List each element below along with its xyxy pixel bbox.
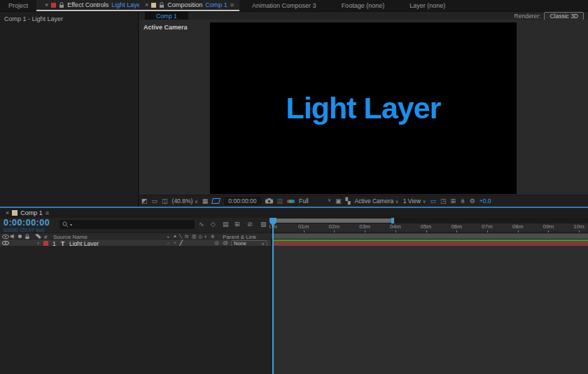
close-icon[interactable]: × (145, 2, 148, 8)
flowchart-icon[interactable]: ⋔ (460, 198, 465, 205)
layer-eye-icon[interactable] (2, 241, 9, 245)
shy-layers-icon[interactable]: ▤ (223, 221, 229, 228)
channel-settings-icon[interactable] (287, 200, 295, 203)
preview-glasses-icon[interactable]: ◫ (162, 198, 168, 205)
composition-panel: × Composition Comp 1 ≡ Animation Compose… (139, 0, 588, 207)
ruler-tick: 05m (416, 223, 437, 230)
motion-blur-icon[interactable]: ⊘ (247, 221, 253, 228)
primary-viewer-icon[interactable]: ▭ (152, 198, 158, 205)
fast-previews-icon[interactable]: ⊞ (451, 198, 456, 205)
renderer-button[interactable]: Classic 3D (544, 12, 584, 20)
lock-icon[interactable] (159, 2, 164, 8)
viewer-timecode[interactable]: 0:00:00:00 (224, 197, 260, 205)
view-layout-dropdown[interactable]: 1 View ∨ (403, 198, 426, 205)
label-color-swatch (51, 3, 56, 8)
layer-columns-header: # Source Name ◒ ✦ ╲ fx ▥ ◎ ◐ ⊕ Parent & … (0, 233, 272, 239)
magnification-dropdown[interactable]: (40.8%) ∨ (172, 198, 198, 205)
viewer-subtab-comp1[interactable]: Comp 1 (145, 12, 188, 20)
layer-row[interactable]: › 1 T Light Layer ◒ ✦ ╱ ◎ @ None ∨ (0, 239, 272, 246)
layer-list-empty-area[interactable] (0, 246, 272, 374)
time-navigator[interactable] (272, 218, 588, 223)
layer-duration-bar[interactable] (272, 240, 588, 246)
transparency-grid-icon[interactable]: ▚ (346, 198, 351, 205)
ruler-tick: 02m (323, 223, 344, 230)
ruler-tick: 10m (568, 223, 588, 230)
timeline-tabbar: × Comp 1 ≡ (0, 208, 588, 218)
always-preview-icon[interactable]: ◩ (141, 198, 148, 205)
mini-flowchart-icon[interactable]: ∿ (199, 221, 204, 228)
camera-view-dropdown[interactable]: Active Camera ∨ (354, 198, 398, 205)
playhead-line[interactable] (272, 218, 274, 374)
ruler-tick: 07m (477, 223, 498, 230)
search-icon (62, 221, 69, 228)
tab-footage-label: Footage (none) (342, 2, 385, 9)
ruler-tick: 06m (446, 223, 467, 230)
work-area-bar[interactable] (272, 233, 588, 239)
tab-project-label: Project (8, 2, 28, 9)
viewer-tabbar: × Composition Comp 1 ≡ Animation Compose… (139, 0, 588, 12)
close-icon[interactable]: × (6, 210, 9, 216)
share-view-icon[interactable]: ▭ (430, 198, 437, 205)
video-eye-icon[interactable] (2, 235, 9, 239)
three-d-switch-icon[interactable]: ⊕ (211, 234, 215, 239)
tab-animation-composer-label: Animation Composer 3 (252, 2, 316, 9)
navigator-bar[interactable] (273, 219, 393, 223)
audio-speaker-icon[interactable] (10, 234, 15, 239)
chevron-down-icon: ∨ (396, 199, 399, 204)
lock-icon[interactable] (59, 2, 64, 8)
region-of-interest-icon[interactable]: ▣ (335, 198, 342, 205)
layer-collapse-icon[interactable]: ✦ (173, 240, 177, 245)
shy-switch-icon[interactable]: ◒ (167, 234, 169, 239)
pick-whip-icon[interactable]: ◎ (214, 240, 219, 246)
snapshot-camera-icon[interactable] (265, 198, 273, 204)
tab-layer[interactable]: Layer (none) (397, 0, 458, 11)
mask-visibility-icon[interactable] (211, 198, 220, 204)
list-track-divider[interactable] (271, 218, 272, 374)
solo-icon[interactable] (18, 235, 22, 238)
chevron-down-icon: ∨ (422, 199, 426, 204)
quality-switch-icon[interactable]: ╲ (179, 234, 182, 239)
search-input[interactable]: ▾ (59, 220, 195, 229)
timeline-ruler[interactable]: 0m01m02m03m04m05m06m07m08m09m10m (272, 223, 588, 233)
settings-gear-icon[interactable]: ⚙ (470, 198, 475, 205)
viewer-subtab-strip: Comp 1 Renderer: Classic 3D (139, 12, 588, 20)
viewer-toolbar: ◩ ▭ ◫ (40.8%) ∨ ▦ 0:00:00:00 ▤ Full ∨ ▣ … (139, 195, 588, 207)
panel-menu-icon[interactable]: ≡ (46, 210, 49, 216)
ruler-tick: 04m (385, 223, 406, 230)
fx-switch-icon[interactable]: fx (185, 234, 188, 239)
current-timecode[interactable]: 0:00:00:00 (4, 218, 50, 228)
panel-menu-icon[interactable]: ≡ (230, 2, 234, 8)
search-options-chevron-icon[interactable]: ▾ (70, 222, 72, 227)
show-snapshot-icon[interactable]: ▤ (277, 198, 284, 205)
ruler-tick: 03m (354, 223, 375, 230)
collapse-switch-icon[interactable]: ✦ (173, 234, 177, 239)
active-camera-label: Active Camera (144, 24, 188, 31)
viewer-content[interactable]: Active Camera Light Layer (139, 20, 588, 195)
frame-blend-switch-icon[interactable]: ▥ (192, 234, 197, 239)
navigator-end-handle[interactable] (391, 218, 394, 223)
adjustment-switch-icon[interactable]: ◐ (204, 234, 207, 239)
tab-composition-target: Comp 1 (205, 1, 227, 8)
tab-project[interactable]: Project (0, 0, 36, 11)
pixel-aspect-icon[interactable]: ◳ (440, 198, 447, 205)
label-column-icon[interactable] (35, 234, 41, 239)
tab-composition[interactable]: × Composition Comp 1 ≡ (139, 0, 239, 11)
tab-effect-controls-label: Effect Controls (67, 1, 108, 8)
tab-animation-composer[interactable]: Animation Composer 3 (239, 0, 329, 11)
tab-timeline-comp1[interactable]: × Comp 1 ≡ (0, 208, 55, 218)
grid-guides-icon[interactable]: ▦ (202, 198, 209, 205)
layer-shy-icon[interactable]: ◒ (167, 240, 169, 245)
layer-label-swatch[interactable] (43, 241, 48, 246)
frame-blending-icon[interactable]: ⊞ (234, 221, 240, 228)
parent-pickwhip-spiral-icon[interactable]: @ (223, 240, 228, 246)
track-empty-area[interactable] (272, 246, 588, 374)
tab-footage[interactable]: Footage (none) (329, 0, 398, 11)
close-icon[interactable]: × (45, 2, 48, 8)
resolution-dropdown[interactable]: Full ∨ (299, 198, 331, 205)
effect-controls-title: Comp 1 - Light Layer (4, 15, 63, 22)
composition-canvas[interactable]: Light Layer (210, 22, 517, 194)
draft-3d-icon[interactable]: ◇ (211, 221, 216, 228)
exposure-value[interactable]: +0.0 (479, 198, 491, 205)
comp-text-light-layer: Light Layer (286, 91, 441, 125)
motion-blur-switch-icon[interactable]: ◎ (198, 234, 202, 239)
